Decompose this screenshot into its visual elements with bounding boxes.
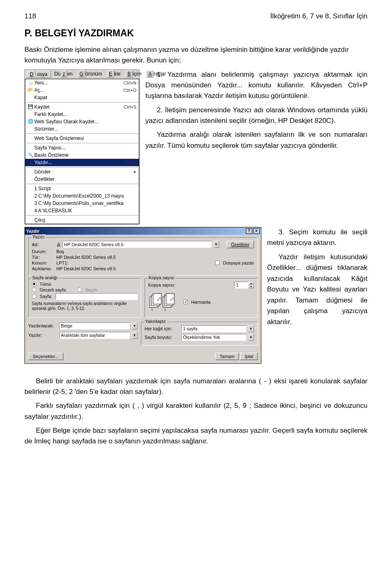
print-label: Yazdır: <box>28 333 58 338</box>
menu-item[interactable]: Özellikler <box>25 176 139 183</box>
chevron-down-icon[interactable]: ▼ <box>248 334 254 341</box>
menu-item[interactable]: 4 A:\ILCEBASLIK <box>25 207 139 214</box>
copies-stepper[interactable]: 1 ▲▼ <box>234 282 254 289</box>
menu-item[interactable]: 💾KaydetCtrl+S <box>25 103 139 111</box>
menubar-item[interactable]: Dosya <box>26 71 51 78</box>
radio-selection-label: Seçim <box>85 287 98 292</box>
menu-item[interactable]: 3 C:\My Documents\Polis_sınav_sertifika <box>25 200 139 207</box>
radio-current[interactable] <box>32 287 36 292</box>
menu-item[interactable]: 2 C:\My Documents\Excel2000_13 mayıs <box>25 192 139 200</box>
menu-item-shortcut: Ctrl+O <box>123 88 136 93</box>
menu-item-label: Aç... <box>34 87 123 93</box>
printer-name-label: Ad: <box>32 242 55 247</box>
range-legend: Sayfa aralığı <box>31 275 59 280</box>
print-select[interactable]: Aralıktaki tüm sayfalar <box>59 332 130 339</box>
pages-per-sheet-select[interactable]: 1 sayfa <box>181 325 246 332</box>
help-icon[interactable]: ? <box>246 228 252 234</box>
svg-text:1: 1 <box>151 308 153 311</box>
menu-item-shortcut: Ctrl+N <box>124 80 136 85</box>
radio-all-label: Tümü <box>40 282 51 287</box>
menu-item-label: Kaydet <box>34 104 124 110</box>
svg-text:1: 1 <box>164 308 166 311</box>
pages-per-sheet-label: Her kağıt için: <box>145 326 180 331</box>
print-to-file-label: Dosyaya yazdır <box>223 260 254 265</box>
properties-button[interactable]: Özellikler <box>227 241 254 248</box>
scale-select[interactable]: Ölçeklendirme Yok <box>181 334 246 341</box>
radio-all[interactable] <box>32 282 36 286</box>
menu-item-label: Gönder <box>34 169 134 175</box>
printer-legend: Yazıcı <box>31 234 46 239</box>
status-label: Durum: <box>32 249 55 254</box>
type-value: HP DeskJet 820C Series v8.5 <box>56 255 116 260</box>
chevron-down-icon[interactable]: ▼ <box>248 325 254 332</box>
note-3: Eğer Belge içinde bazı sayfaların seçimi… <box>24 425 368 447</box>
ok-button[interactable]: Tamam <box>215 353 239 360</box>
printwhat-select[interactable]: Belge <box>59 323 130 329</box>
collate-preview-icon: 11 32 32 <box>148 291 177 313</box>
chevron-down-icon[interactable]: ▼ <box>131 332 138 339</box>
menu-item-icon: 📂 <box>27 87 34 93</box>
close-icon[interactable]: × <box>253 228 260 234</box>
collate-label: Harmanla <box>191 300 211 305</box>
menu-item[interactable]: Web Sayfa Önizlemesi <box>25 135 139 142</box>
radio-pages[interactable] <box>32 294 36 299</box>
menubar-item[interactable]: Düzen <box>53 71 74 78</box>
dialog-titlebar: Yazdır ? × <box>25 227 261 235</box>
menu-item[interactable]: 🖨Yazdır...Ctrl+P <box>25 159 139 166</box>
zoom-group: Yakınlaştır Her kağıt için: 1 sayfa ▼ Sa… <box>141 322 258 345</box>
note-1: Belirli bir aralıktaki sayfaları yazdırm… <box>24 376 368 398</box>
range-help-text: Sayfa numaralarını ve/veya sayfa aralıkl… <box>32 301 138 311</box>
menu-item[interactable]: Gönder▸ <box>25 168 139 176</box>
note-2: Farklı sayfaları yazdırmak için ( , ) vi… <box>24 400 368 422</box>
chevron-down-icon[interactable]: ▼ <box>131 323 138 329</box>
menu-item[interactable]: 🔍Baskı Önizleme <box>25 151 139 159</box>
type-label: Tür: <box>32 255 55 260</box>
chevron-down-icon[interactable]: ▼ <box>213 241 219 248</box>
spin-up-icon[interactable]: ▲ <box>248 282 254 285</box>
step-3: 3. Seçim komutu ile seçili metni yazıcıy… <box>267 227 368 249</box>
menu-item-label: Yazdır... <box>34 160 124 165</box>
svg-text:3: 3 <box>172 297 174 300</box>
menu-item[interactable]: Farklı Kaydet... <box>25 111 139 118</box>
page-range-group: Sayfa aralığı Tümü Geçerli sayfa Seçim S… <box>28 278 141 318</box>
page-number: 118 <box>24 12 36 20</box>
menu-item[interactable]: □Yeni...Ctrl+N <box>25 79 139 87</box>
radio-selection <box>77 287 82 292</box>
intro-paragraph: Baskı Önizleme işlemine alınan çalışmanı… <box>24 44 368 66</box>
print-to-file-checkbox[interactable] <box>215 260 220 265</box>
cancel-button[interactable]: İptal <box>240 353 258 360</box>
menu-item[interactable]: 📂Aç...Ctrl+O <box>25 87 139 94</box>
menu-item-label: Farklı Kaydet... <box>34 111 136 117</box>
collate-checkbox[interactable]: ✓ <box>183 300 188 304</box>
step-4: Yazdır iletişim kutusundaki Özellikler..… <box>267 252 368 328</box>
options-button[interactable]: Seçenekler... <box>28 353 63 360</box>
print-dialog: Yazdır ? × Yazıcı Ad: 🖨 HP DeskJet 820C … <box>24 227 261 364</box>
status-value: Boş <box>56 249 64 254</box>
svg-text:3: 3 <box>159 297 160 300</box>
desc-value: HP DeskJet 820C Series v8.5 <box>56 266 116 271</box>
menu-item-icon: 🔍 <box>27 152 34 158</box>
copies-group: Kopya sayısı Kopya sayısı: 1 ▲▼ <box>145 278 258 318</box>
copies-legend: Kopya sayısı <box>147 275 176 280</box>
copies-label: Kopya sayısı: <box>148 282 175 287</box>
menu-item-icon: 🖨 <box>27 160 34 165</box>
menu-item-icon: 🌐 <box>27 119 34 124</box>
menubar-item[interactable]: Görünüm <box>76 71 104 78</box>
menu-item-label: 4 A:\ILCEBASLIK <box>34 208 136 214</box>
menu-item-label: 1 Script <box>34 186 136 191</box>
zoom-legend: Yakınlaştır <box>144 319 167 324</box>
pages-input[interactable] <box>56 293 138 300</box>
menu-item[interactable]: 🌐Web Sayfası Olarak Kaydet... <box>25 118 139 125</box>
scale-label: Sayfa boyutu: <box>145 335 180 340</box>
menu-item[interactable]: 1 Script <box>25 185 139 192</box>
menu-item-label: Web Sayfa Önizlemesi <box>34 136 136 141</box>
menu-item[interactable]: Kapat <box>25 94 139 101</box>
menubar-item[interactable]: Biçim <box>124 71 143 78</box>
printer-icon: 🖨 <box>56 242 61 247</box>
menu-item[interactable]: Çıkış <box>25 216 139 224</box>
printer-name-select[interactable]: HP DeskJet 820C Series v8.5 <box>62 241 212 248</box>
spin-down-icon[interactable]: ▼ <box>248 285 254 288</box>
menubar-item[interactable]: Ekle <box>105 71 122 78</box>
menu-item[interactable]: Sayfa Yapısı... <box>25 144 139 151</box>
menu-item[interactable]: Sürümler... <box>25 125 139 133</box>
